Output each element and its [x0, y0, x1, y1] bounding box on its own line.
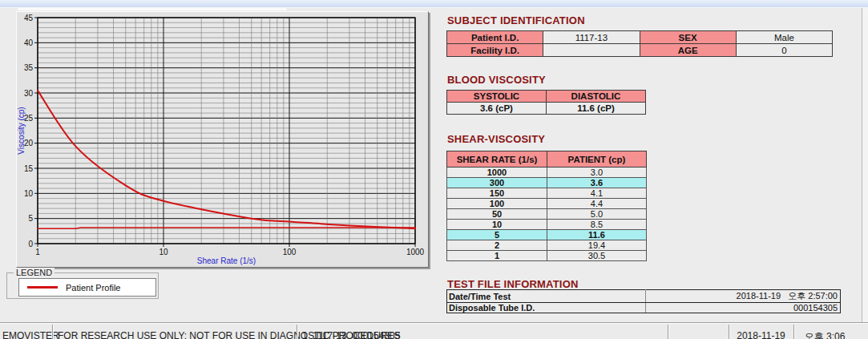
patient-id-label: Patient I.D.	[447, 31, 543, 44]
sex-label: SEX	[640, 31, 736, 44]
disposable-tube-id-label: Disposable Tube I.D.	[447, 303, 646, 313]
table-row: 1004.4	[447, 199, 647, 209]
shear-rate-cell: 1000	[447, 167, 547, 178]
age-label: AGE	[640, 44, 736, 57]
test-file-information-heading: TEST FILE INFORMATION	[447, 278, 579, 290]
shear-rate-cell: 100	[447, 199, 547, 209]
test-file-information-table: Date/Time Test 2018-11-19 오후 2:57:00 Dis…	[446, 289, 841, 313]
table-row: Date/Time Test 2018-11-19 오후 2:57:00	[447, 290, 841, 303]
disposable-tube-id-value: 000154305	[646, 303, 841, 313]
legend-title: LEGEND	[14, 268, 55, 277]
patient-value-cell: 3.0	[547, 167, 647, 178]
svg-text:0: 0	[28, 240, 33, 248]
table-row: Disposable Tube I.D. 000154305	[447, 303, 841, 313]
svg-text:1000: 1000	[406, 248, 425, 256]
shear-rate-cell: 1	[447, 251, 547, 261]
status-date: 2018-11-19	[729, 330, 793, 339]
svg-text:Viscosity (cp): Viscosity (cp)	[17, 107, 26, 154]
svg-text:100: 100	[283, 248, 297, 256]
table-row: 3.6 (cP) 11.6 (cP)	[447, 103, 646, 115]
systolic-header: SYSTOLIC	[447, 91, 547, 103]
shear-viscosity-chart: 1101001000051015202530354045Shear Rate (…	[17, 12, 426, 265]
status-time: 오후 3:06	[793, 330, 856, 339]
table-row: 10003.0	[447, 167, 647, 178]
window-top-bar	[0, 0, 868, 8]
facility-id-value	[543, 44, 640, 57]
date-time-test-value: 2018-11-19 오후 2:57:00	[646, 290, 841, 303]
blood-viscosity-table: SYSTOLIC DIASTOLIC 3.6 (cP) 11.6 (cP)	[446, 90, 646, 115]
table-row: Patient I.D. 1117-13 SEX Male	[447, 31, 833, 44]
app-name: EMOVISTER	[2, 330, 59, 339]
shear-viscosity-heading: SHEAR-VISCOSITY	[447, 133, 545, 145]
viscosity-chart-panel: 1101001000051015202530354045Shear Rate (…	[16, 11, 429, 268]
svg-text:45: 45	[24, 14, 34, 22]
subject-identification-table: Patient I.D. 1117-13 SEX Male Facility I…	[446, 30, 833, 57]
svg-text:30: 30	[24, 89, 34, 98]
current-file-name: 1_1117-13_000154305	[302, 330, 400, 339]
patient-value-cell: 3.6	[547, 178, 647, 188]
patient-value-cell: 8.5	[547, 220, 647, 230]
svg-text:15: 15	[24, 164, 34, 173]
panel-top-highlight	[18, 8, 287, 10]
sex-value: Male	[736, 31, 832, 44]
table-row: Facility I.D. AGE 0	[447, 44, 833, 57]
patient-id-value: 1117-13	[543, 31, 640, 44]
systolic-value: 3.6 (cP)	[447, 103, 547, 115]
patient-header: PATIENT (cp)	[547, 151, 647, 167]
diastolic-header: DIASTOLIC	[547, 91, 646, 103]
svg-text:Shear Rate (1/s): Shear Rate (1/s)	[197, 256, 256, 265]
patient-profile-label: Patient Profile	[66, 283, 120, 293]
shear-rate-cell: 2	[447, 240, 547, 251]
svg-text:1: 1	[35, 248, 40, 256]
svg-text:5: 5	[28, 214, 33, 223]
shear-viscosity-table: SHEAR RATE (1/s) PATIENT (cp) 10003.0 30…	[446, 151, 647, 261]
patient-profile-line-swatch	[27, 286, 58, 289]
table-row: 130.5	[447, 251, 647, 261]
table-row: SYSTOLIC DIASTOLIC	[447, 91, 646, 103]
shear-rate-cell: 150	[447, 188, 547, 199]
table-row: 219.4	[447, 240, 647, 251]
status-bar: EMOVISTER FOR RESEARCH USE ONLY; NOT FOR…	[0, 322, 868, 339]
shear-rate-header: SHEAR RATE (1/s)	[447, 151, 547, 167]
patient-value-cell: 4.1	[547, 188, 647, 199]
table-row: 1504.1	[447, 188, 647, 199]
facility-id-label: Facility I.D.	[447, 44, 543, 57]
diastolic-value: 11.6 (cP)	[547, 103, 646, 115]
patient-value-cell: 30.5	[547, 251, 647, 261]
table-row: 505.0	[447, 209, 647, 220]
shear-rate-cell: 5	[447, 230, 547, 240]
status-divider	[52, 325, 54, 339]
status-divider	[297, 325, 298, 339]
svg-text:10: 10	[159, 248, 168, 256]
svg-text:10: 10	[24, 189, 34, 198]
patient-value-cell: 19.4	[547, 240, 647, 251]
table-row: 108.5	[447, 220, 647, 230]
svg-text:35: 35	[24, 63, 34, 72]
table-row: SHEAR RATE (1/s) PATIENT (cp)	[447, 151, 647, 167]
shear-rate-cell: 10	[447, 220, 547, 230]
date-time-test-label: Date/Time Test	[447, 290, 646, 303]
blood-viscosity-heading: BLOOD VISCOSITY	[447, 74, 546, 86]
patient-value-cell: 11.6	[547, 230, 647, 240]
age-value: 0	[736, 44, 832, 57]
svg-text:40: 40	[24, 38, 34, 47]
subject-identification-heading: SUBJECT IDENTIFICATION	[447, 14, 585, 26]
table-row: 3003.6	[447, 178, 647, 188]
right-edge-strip	[862, 8, 868, 322]
status-divider	[668, 325, 669, 339]
shear-rate-cell: 300	[447, 178, 547, 188]
legend-groupbox: LEGEND Patient Profile	[6, 272, 159, 299]
patient-value-cell: 5.0	[547, 209, 647, 220]
patient-value-cell: 4.4	[547, 199, 647, 209]
table-row: 511.6	[447, 230, 647, 240]
legend-entry: Patient Profile	[18, 278, 156, 297]
shear-rate-cell: 50	[447, 209, 547, 220]
